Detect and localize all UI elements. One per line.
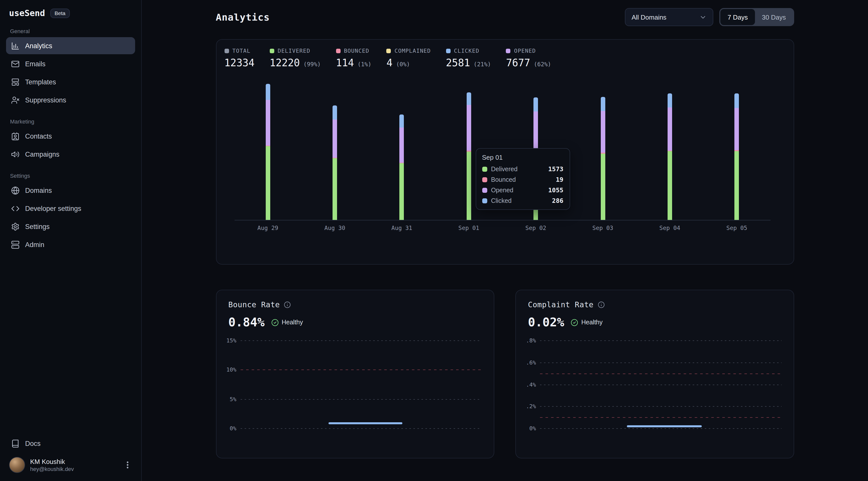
tooltip-value: 286 xyxy=(552,197,563,204)
tooltip-value: 1055 xyxy=(548,186,563,194)
domain-select[interactable]: All Domains xyxy=(625,8,714,26)
stat-value: 12220 xyxy=(270,57,300,69)
x-tick-label: Aug 29 xyxy=(234,224,301,231)
sidebar-item-settings[interactable]: Settings xyxy=(6,218,135,235)
tooltip-row: Opened1055 xyxy=(482,186,563,194)
gridline xyxy=(540,384,781,385)
complaint-rate-title: Complaint Rate xyxy=(528,300,593,309)
stat-percentage: (21%) xyxy=(474,61,491,68)
bar-segment-opened xyxy=(467,105,471,151)
sidebar-item-docs[interactable]: Docs xyxy=(6,435,135,452)
stat-bounced: BOUNCED114(1%) xyxy=(336,48,371,69)
gridline xyxy=(240,428,482,429)
bounce-rate-card: Bounce Rate 0.84% Healthy 15%10%5%0% xyxy=(216,290,494,458)
sidebar-item-developer-settings[interactable]: Developer settings xyxy=(6,200,135,217)
stat-label: COMPLAINED xyxy=(395,48,431,54)
beta-badge: Beta xyxy=(50,8,70,18)
page-title: Analytics xyxy=(216,11,270,23)
bar-chart-icon xyxy=(11,41,20,50)
sidebar-item-contacts[interactable]: Contacts xyxy=(6,128,135,145)
sidebar-item-label: Templates xyxy=(25,78,56,86)
sidebar-item-domains[interactable]: Domains xyxy=(6,182,135,199)
complaint-status-badge: Healthy xyxy=(571,319,603,326)
bar-sep-05[interactable] xyxy=(703,78,770,220)
tooltip-title: Sep 01 xyxy=(482,154,563,161)
check-circle-icon xyxy=(271,319,279,326)
stat-total: TOTAL12334 xyxy=(224,48,254,69)
x-tick-label: Aug 30 xyxy=(301,224,368,231)
bar-sep-04[interactable] xyxy=(637,78,704,220)
bar-segment-clicked xyxy=(735,93,739,108)
tooltip-dot xyxy=(482,166,487,171)
bar-segment-opened xyxy=(400,128,404,162)
globe-icon xyxy=(11,186,20,195)
delivered-legend-dot xyxy=(270,49,274,53)
status-label: Healthy xyxy=(282,319,303,326)
tooltip-dot xyxy=(482,177,487,182)
app-logo[interactable]: useSend xyxy=(9,8,45,18)
header-controls: All Domains 7 Days30 Days xyxy=(625,8,794,26)
sidebar-item-label: Suppressions xyxy=(25,96,66,104)
sidebar-item-suppressions[interactable]: Suppressions xyxy=(6,91,135,108)
tooltip-row: Bounced19 xyxy=(482,176,563,183)
rate-cards-row: Bounce Rate 0.84% Healthy 15%10%5%0% xyxy=(216,290,794,458)
sidebar-item-analytics[interactable]: Analytics xyxy=(6,37,135,54)
sidebar-item-emails[interactable]: Emails xyxy=(6,55,135,72)
megaphone-icon xyxy=(11,150,20,158)
complaint-rate-card: Complaint Rate 0.02% Healthy .8%.6%.4%.2… xyxy=(516,290,794,458)
bar-segment-clicked xyxy=(668,93,672,108)
bar-segment-clicked xyxy=(400,115,404,128)
sidebar-sections: GeneralAnalyticsEmailsTemplatesSuppressi… xyxy=(6,18,135,254)
stats-row: TOTAL12334DELIVERED12220(99%)BOUNCED114(… xyxy=(216,40,794,69)
stat-percentage: (1%) xyxy=(358,61,371,68)
mail-icon xyxy=(11,60,20,68)
tooltip-row: Delivered1573 xyxy=(482,165,563,173)
tooltip-value: 1573 xyxy=(548,165,563,173)
sidebar-item-label: Docs xyxy=(25,440,41,447)
total-legend-dot xyxy=(224,49,229,53)
user-meta: KM Koushik hey@koushik.dev xyxy=(30,458,74,472)
complaint-rate-head: Complaint Rate xyxy=(528,300,781,309)
stat-opened: OPENED7677(62%) xyxy=(506,48,551,69)
bar-aug-29[interactable] xyxy=(234,78,301,220)
bar-aug-31[interactable] xyxy=(368,78,435,220)
x-tick-label: Aug 31 xyxy=(368,224,435,231)
stat-label: CLICKED xyxy=(454,48,479,54)
range-7-days[interactable]: 7 Days xyxy=(720,9,755,25)
bar-aug-30[interactable] xyxy=(301,78,368,220)
user-menu[interactable]: KM Koushik hey@koushik.dev xyxy=(6,453,135,474)
sidebar-section-label: Settings xyxy=(10,173,131,179)
gridline xyxy=(540,341,781,341)
stat-value: 114 xyxy=(336,57,354,69)
logo-row: useSend Beta xyxy=(6,7,135,18)
tooltip-rows: Delivered1573Bounced19Opened1055Clicked2… xyxy=(482,165,563,204)
sidebar-section-label: General xyxy=(10,28,131,34)
y-tick-label: 0% xyxy=(220,425,236,432)
sidebar-item-label: Domains xyxy=(25,187,52,194)
check-circle-icon xyxy=(571,319,579,326)
range-30-days[interactable]: 30 Days xyxy=(755,9,793,25)
bounce-rate-plot: 15%10%5%0% xyxy=(220,341,482,433)
bar-sep-03[interactable] xyxy=(569,78,637,220)
sidebar-spacer xyxy=(6,254,135,435)
bar-segment-delivered xyxy=(467,152,471,220)
info-icon[interactable] xyxy=(597,301,604,308)
bar-segment-delivered xyxy=(333,158,337,220)
app-root: useSend Beta GeneralAnalyticsEmailsTempl… xyxy=(0,0,868,481)
sidebar-item-campaigns[interactable]: Campaigns xyxy=(6,146,135,163)
stacked-bar xyxy=(668,93,672,220)
y-tick-label: .2% xyxy=(520,404,536,410)
sidebar-item-admin[interactable]: Admin xyxy=(6,236,135,253)
sidebar-item-templates[interactable]: Templates xyxy=(6,73,135,90)
sidebar-item-label: Emails xyxy=(25,60,45,67)
x-axis-line xyxy=(234,220,770,220)
info-icon[interactable] xyxy=(284,301,291,308)
y-tick-label: .8% xyxy=(520,338,536,344)
dots-vertical-icon[interactable] xyxy=(123,460,132,470)
bar-segment-delivered xyxy=(266,146,270,220)
tooltip-label: Delivered xyxy=(491,165,544,172)
page-header: Analytics All Domains 7 Days30 Days xyxy=(216,8,794,26)
user-email: hey@koushik.dev xyxy=(30,466,74,472)
x-axis-labels: Aug 29Aug 30Aug 31Sep 01Sep 02Sep 03Sep … xyxy=(234,224,770,231)
stat-label: BOUNCED xyxy=(344,48,369,54)
